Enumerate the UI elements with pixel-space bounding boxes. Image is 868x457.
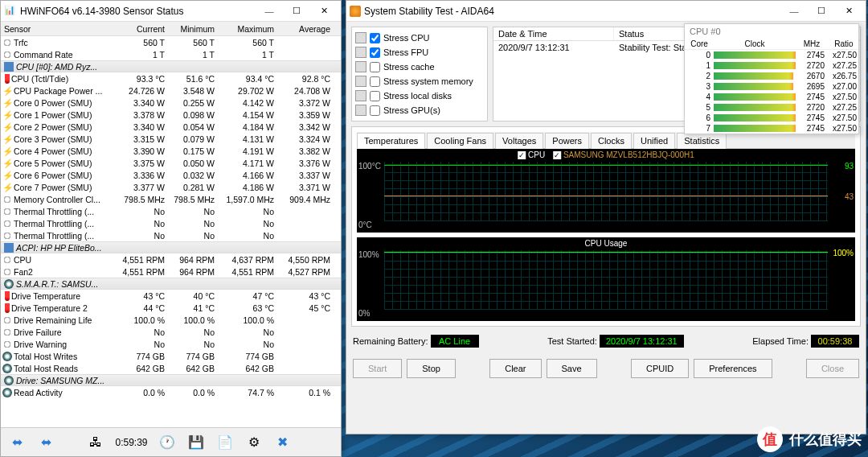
cpuid-button[interactable]: CPUID (631, 359, 689, 378)
cpu-core-row: 62745x27.50 (685, 113, 858, 123)
cpu-core-row: 72745x27.50 (685, 123, 858, 134)
sensor-row[interactable]: Drive Temperature43 °C40 °C47 °C43 °C (1, 290, 341, 302)
sensor-row[interactable]: CPU4,551 RPM964 RPM4,637 RPM4,550 RPM (1, 253, 341, 266)
sensor-row[interactable]: Total Host Reads642 GB642 GB642 GB (1, 362, 341, 374)
sensor-row[interactable]: Thermal Throttling (...NoNoNo (1, 229, 341, 241)
minimize-button[interactable]: — (780, 2, 808, 21)
cpu-core-row: 32695x27.00 (685, 81, 858, 92)
battery-value: AC Line (431, 335, 479, 348)
close-tool-icon[interactable]: ✖ (270, 430, 296, 455)
watermark-icon: 值 (757, 426, 783, 452)
clear-button[interactable]: Clear (489, 359, 541, 378)
sensor-row[interactable]: Fan24,551 RPM964 RPM4,551 RPM4,527 RPM (1, 266, 341, 278)
sensor-row[interactable]: Drive FailureNoNoNo (1, 326, 341, 338)
sensor-row[interactable]: ⚡Core 1 Power (SMU)3.378 W0.098 W4.154 W… (1, 109, 341, 121)
log-file-icon[interactable]: 📄 (212, 430, 238, 455)
arrow-left-icon[interactable]: ⬌ (4, 430, 30, 455)
stress-checkbox[interactable]: Stress GPU(s) (355, 103, 484, 117)
minimize-button[interactable]: — (256, 2, 283, 21)
sensor-row[interactable]: Thermal Throttling (...NoNoNo (1, 217, 341, 229)
sensor-row[interactable]: Drive Remaining Life100.0 %100.0 %100.0 … (1, 314, 341, 326)
cpu-usage-line (384, 252, 828, 253)
network-icon[interactable]: 🖧 (83, 430, 108, 455)
hwinfo-timer: 0:59:39 (112, 437, 150, 448)
sensor-row[interactable]: Drive WarningNoNoNo (1, 338, 341, 350)
cpu-core-row: 02745x27.50 (685, 50, 858, 60)
close-panel-button: Close (806, 359, 859, 378)
sensor-group[interactable]: ACPI: HP HP EliteBo... (1, 241, 341, 253)
hwinfo-sensor-list[interactable]: Trfc560 T560 T560 TCommand Rate1 T1 T1 T… (1, 36, 341, 427)
tab-voltages[interactable]: Voltages (495, 133, 543, 149)
sensor-group[interactable]: Drive: SAMSUNG MZ... (1, 374, 341, 386)
aida-title: System Stability Test - AIDA64 (361, 6, 780, 17)
sensor-row[interactable]: ⚡CPU Package Power ...24.726 W3.548 W29.… (1, 84, 341, 97)
sensor-row[interactable]: ⚡Core 6 Power (SMU)3.336 W0.032 W4.166 W… (1, 169, 341, 181)
tab-unified[interactable]: Unified (633, 133, 675, 149)
stress-checkbox[interactable]: Stress local disks (355, 89, 484, 103)
sensor-row[interactable]: Thermal Throttling (...NoNoNo (1, 205, 341, 217)
stress-checkbox[interactable]: Stress cache (355, 60, 484, 74)
clock-reset-icon[interactable]: 🕐 (154, 430, 180, 455)
tab-statistics[interactable]: Statistics (677, 133, 727, 149)
aida64-window: System Stability Test - AIDA64 — ☐ ✕ Str… (346, 0, 866, 434)
sensor-row[interactable]: ⚡Core 4 Power (SMU)3.390 W0.175 W4.191 W… (1, 145, 341, 157)
cpu-temp-line (384, 165, 828, 166)
sensor-row[interactable]: ⚡Core 0 Power (SMU)3.340 W0.255 W4.142 W… (1, 97, 341, 109)
cpu-overlay-title: CPU #0 (685, 24, 858, 39)
hwinfo-window: 📊 HWiNFO64 v6.14-3980 Sensor Status — ☐ … (0, 0, 342, 457)
close-button[interactable]: ✕ (835, 2, 862, 21)
stop-button[interactable]: Stop (407, 359, 456, 378)
arrow-right-icon[interactable]: ⬌ (33, 430, 59, 455)
graph-panel: TemperaturesCooling FansVoltagesPowersCl… (351, 126, 861, 327)
sensor-row[interactable]: CPU (Tctl/Tdie)93.3 °C51.6 °C93.4 °C92.8… (1, 72, 341, 84)
sensor-row[interactable]: ⚡Core 3 Power (SMU)3.315 W0.079 W4.131 W… (1, 133, 341, 145)
graph-tabs: TemperaturesCooling FansVoltagesPowersCl… (357, 132, 855, 149)
start-button: Start (353, 359, 402, 378)
maximize-button[interactable]: ☐ (808, 2, 835, 21)
aida-app-icon (350, 6, 361, 17)
cpu-core-row: 52720x27.25 (685, 102, 858, 113)
hwinfo-toolbar: ⬌ ⬌ 🖧 0:59:39 🕐 💾 📄 ⚙ ✖ (1, 427, 341, 456)
sensor-row[interactable]: Command Rate1 T1 T1 T (1, 48, 341, 60)
cpu-core-row: 12720x27.25 (685, 60, 858, 71)
sensor-row[interactable]: Memory Controller Cl...798.5 MHz798.5 MH… (1, 193, 341, 205)
temperature-graph: ✓ CPU ✓ SAMSUNG MZVLB512HBJQ-000H1 100°C… (357, 149, 855, 233)
test-started-value: 2020/9/7 13:12:31 (600, 335, 684, 348)
cpu-cores-overlay[interactable]: CPU #0 Core Clock MHz Ratio 02745x27.501… (684, 23, 859, 134)
hwinfo-column-header: Sensor Current Minimum Maximum Average (1, 22, 341, 36)
sensor-group[interactable]: S.M.A.R.T.: SAMSU... (1, 278, 341, 290)
tab-cooling-fans[interactable]: Cooling Fans (427, 133, 493, 149)
maximize-button[interactable]: ☐ (283, 2, 310, 21)
temp-legend: ✓ CPU ✓ SAMSUNG MZVLB512HBJQ-000H1 (518, 150, 694, 159)
info-row: Remaining Battery: AC Line Test Started:… (351, 331, 861, 351)
stress-checkbox[interactable]: Stress CPU (355, 31, 484, 45)
settings-icon[interactable]: ⚙ (241, 430, 267, 455)
close-button[interactable]: ✕ (310, 2, 338, 21)
cpu-core-row: 22670x26.75 (685, 71, 858, 81)
sensor-row[interactable]: ⚡Core 2 Power (SMU)3.340 W0.054 W4.184 W… (1, 121, 341, 133)
watermark: 值 什么值得买 (757, 426, 862, 452)
cpu-core-row: 42745x27.50 (685, 92, 858, 102)
elapsed-value: 00:59:38 (811, 335, 859, 348)
hwinfo-titlebar[interactable]: 📊 HWiNFO64 v6.14-3980 Sensor Status — ☐ … (1, 1, 341, 22)
save-log-icon[interactable]: 💾 (183, 430, 209, 455)
sensor-row[interactable]: Trfc560 T560 T560 T (1, 36, 341, 48)
save-button[interactable]: Save (547, 359, 597, 378)
sensor-row[interactable]: ⚡Core 7 Power (SMU)3.377 W0.281 W4.186 W… (1, 181, 341, 193)
stress-checkbox[interactable]: Stress system memory (355, 74, 484, 89)
tab-temperatures[interactable]: Temperatures (357, 133, 425, 149)
sensor-row[interactable]: Read Activity0.0 %0.0 %74.7 %0.1 % (1, 386, 341, 398)
sensor-row[interactable]: Drive Temperature 244 °C41 °C63 °C45 °C (1, 302, 341, 314)
preferences-button[interactable]: Preferences (694, 359, 772, 378)
sensor-row[interactable]: Total Host Writes774 GB774 GB774 GB (1, 350, 341, 362)
button-row: Start Stop Clear Save CPUID Preferences … (351, 356, 861, 381)
tab-clocks[interactable]: Clocks (591, 133, 632, 149)
hwinfo-title: HWiNFO64 v6.14-3980 Sensor Status (17, 6, 256, 17)
ssd-temp-line (384, 196, 828, 196)
stress-checkbox[interactable]: Stress FPU (355, 45, 484, 60)
tab-powers[interactable]: Powers (545, 133, 589, 149)
aida-titlebar[interactable]: System Stability Test - AIDA64 — ☐ ✕ (346, 1, 866, 22)
sensor-row[interactable]: ⚡Core 5 Power (SMU)3.375 W0.050 W4.171 W… (1, 157, 341, 169)
stress-options-panel: Stress CPUStress FPUStress cacheStress s… (351, 27, 488, 121)
sensor-group[interactable]: CPU [#0]: AMD Ryz... (1, 60, 341, 72)
